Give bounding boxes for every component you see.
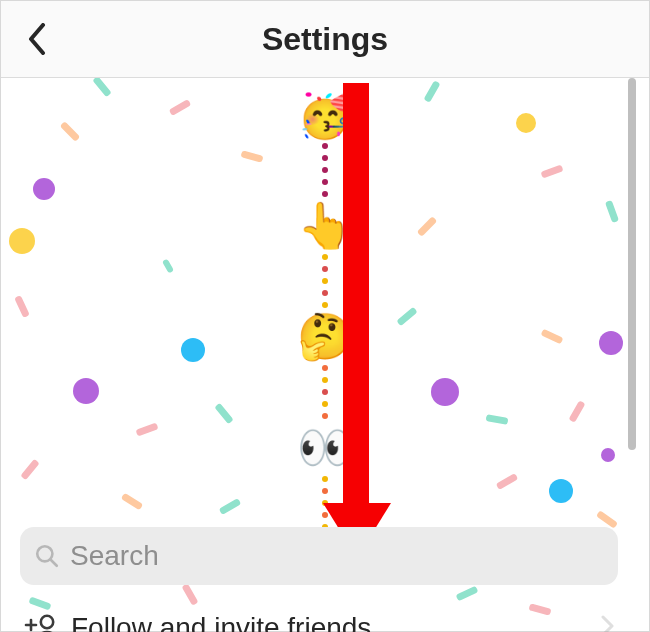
confetti-dash: [14, 295, 30, 318]
dotted-connector: [322, 254, 328, 308]
confetti-dash: [162, 258, 174, 273]
confetti-dash: [423, 80, 440, 103]
header-bar: Settings: [1, 1, 649, 78]
confetti-dot: [73, 378, 99, 404]
confetti-dash: [20, 459, 40, 480]
annotation-arrow-shaft: [343, 83, 369, 513]
confetti-dash: [219, 498, 242, 515]
chevron-left-icon: [27, 23, 47, 55]
back-button[interactable]: [17, 19, 57, 59]
dotted-connector: [322, 143, 328, 197]
confetti-dot: [549, 479, 573, 503]
page-title: Settings: [262, 21, 388, 58]
confetti-dash: [596, 510, 618, 528]
svg-point-4: [41, 615, 53, 627]
confetti-dash: [541, 329, 564, 345]
confetti-dot: [599, 331, 623, 355]
content-area: 🥳 👆 🤔 👀: [1, 78, 637, 632]
confetti-dash: [214, 403, 234, 424]
confetti-dot: [9, 228, 35, 254]
confetti-dash: [417, 216, 438, 237]
confetti-dot: [601, 448, 615, 462]
search-input[interactable]: [70, 540, 604, 572]
chevron-right-icon: [601, 615, 615, 633]
confetti-dash: [486, 414, 509, 425]
confetti-dash: [605, 200, 619, 223]
confetti-dash: [240, 150, 263, 162]
add-person-icon: [23, 613, 61, 633]
follow-invite-row[interactable]: Follow and invite friends: [1, 595, 637, 632]
confetti-dash: [396, 307, 417, 327]
search-icon: [34, 543, 60, 569]
confetti-dot: [33, 178, 55, 200]
confetti-dash: [135, 422, 158, 436]
scrollbar-thumb[interactable]: [628, 78, 636, 450]
confetti-dot: [516, 113, 536, 133]
confetti-dash: [60, 121, 81, 142]
confetti-dash: [496, 473, 519, 490]
dotted-connector: [322, 365, 328, 419]
confetti-dot: [181, 338, 205, 362]
follow-invite-label: Follow and invite friends: [61, 612, 601, 633]
confetti-dash: [92, 78, 112, 97]
confetti-dash: [169, 99, 192, 116]
confetti-dot: [431, 378, 459, 406]
confetti-dash: [121, 493, 143, 511]
search-bar[interactable]: [20, 527, 618, 585]
confetti-dash: [568, 400, 585, 423]
app-window: Settings: [0, 0, 650, 632]
svg-line-1: [50, 559, 56, 565]
confetti-dash: [540, 164, 563, 178]
